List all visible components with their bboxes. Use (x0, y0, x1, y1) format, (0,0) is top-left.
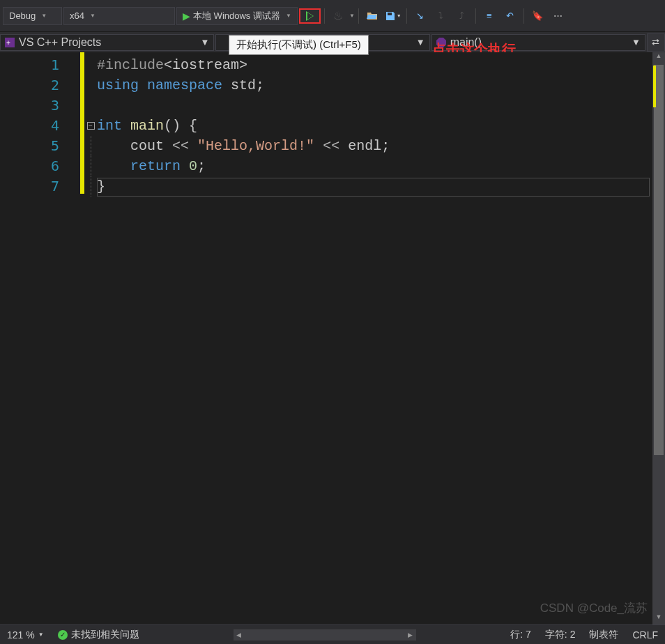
code-line[interactable] (97, 95, 665, 116)
code-area[interactable]: #include<iostream>using namespace std;in… (97, 52, 665, 624)
flame-icon: ♨ (333, 9, 343, 22)
code-editor[interactable]: 1234567 − #include<iostream>using namesp… (0, 52, 665, 624)
arrow-icon: ↘ (416, 10, 424, 21)
platform-dropdown[interactable]: x64 ▼ (63, 7, 175, 25)
fold-cell (84, 156, 97, 176)
tooltip: 开始执行(不调试) (Ctrl+F5) (229, 35, 369, 55)
play-outline-icon (306, 11, 314, 21)
line-indicator[interactable]: 行: 7 (503, 629, 538, 641)
issues-indicator[interactable]: ✓ 未找到相关问题 (51, 629, 146, 641)
chevron-down-icon: ▼ (200, 37, 209, 47)
horizontal-scrollbar[interactable]: ◀ ▶ (146, 629, 504, 641)
fold-line (91, 136, 91, 156)
undo-button[interactable]: ↶ (500, 6, 520, 26)
swap-icon: ⇄ (652, 37, 659, 47)
line-number: 4 (0, 116, 80, 136)
chevron-down-icon: ▼ (41, 13, 47, 19)
hot-reload-button[interactable]: ♨ (328, 6, 348, 26)
issues-label: 未找到相关问题 (71, 629, 139, 641)
scrollbar-thumb[interactable] (654, 65, 664, 455)
function-scope-label: main() (450, 36, 482, 49)
nav-button[interactable]: ↘ (411, 6, 430, 26)
svg-rect-3 (436, 38, 446, 47)
chevron-down-icon: ▼ (38, 631, 44, 638)
chevron-down-icon: ▼ (397, 13, 402, 18)
svg-text:+: + (6, 39, 10, 47)
bookmark-button[interactable]: 🔖 (528, 6, 547, 26)
fold-column: − (84, 52, 97, 624)
chevron-down-icon: ▼ (632, 37, 641, 47)
line-number-gutter: 1234567 (0, 52, 80, 624)
separator (523, 8, 524, 24)
line-number: 6 (0, 156, 80, 176)
scroll-up-arrow[interactable]: ▲ (652, 52, 665, 63)
swap-button[interactable]: ⇄ (647, 33, 665, 52)
debugger-label: 本地 Windows 调试器 (193, 10, 280, 22)
svg-rect-0 (388, 13, 392, 15)
more-icon: ⋯ (553, 10, 563, 21)
method-icon (436, 38, 446, 47)
bookmark-icon: 🔖 (532, 10, 543, 21)
step-over-icon: ⤴ (459, 10, 464, 21)
undo-icon: ↶ (506, 10, 514, 21)
outdent-button[interactable]: ≡ (480, 6, 499, 26)
watermark: CSDN @Code_流苏 (540, 600, 648, 616)
zoom-control[interactable]: 121 % ▼ (0, 629, 51, 641)
check-icon: ✓ (58, 630, 68, 640)
fold-line (91, 156, 91, 176)
start-without-debug-button[interactable] (299, 8, 321, 24)
outdent-icon: ≡ (487, 10, 492, 21)
chevron-down-icon[interactable]: ▼ (349, 13, 355, 19)
function-scope-dropdown[interactable]: main() ▼ (431, 34, 645, 51)
step-button[interactable]: ⤵ (431, 6, 451, 26)
hscroll-track[interactable] (245, 629, 405, 641)
project-scope-dropdown[interactable]: + VS C++ Projects ▼ (0, 34, 214, 51)
start-debug-button[interactable]: ▶ 本地 Windows 调试器 ▼ (176, 7, 298, 25)
platform-label: x64 (70, 10, 84, 21)
step-icon: ⤵ (438, 10, 443, 21)
separator (358, 8, 359, 24)
config-label: Debug (9, 10, 36, 21)
separator (324, 8, 325, 24)
config-dropdown[interactable]: Debug ▼ (3, 7, 62, 25)
char-indicator[interactable]: 字符: 2 (538, 629, 583, 641)
code-line[interactable]: cout << "Hello,World!" << endl; (97, 136, 665, 156)
eol-indicator[interactable]: CRLF (625, 629, 665, 641)
save-button[interactable]: ▼ (383, 6, 403, 26)
line-number: 1 (0, 55, 80, 75)
scroll-right-arrow[interactable]: ▶ (405, 629, 416, 641)
separator (475, 8, 476, 24)
project-scope-label: VS C++ Projects (19, 36, 101, 49)
vertical-scrollbar[interactable]: ▲ ▼ (652, 52, 665, 624)
open-folder-button[interactable] (362, 6, 382, 26)
zoom-label: 121 % (7, 629, 35, 641)
fold-cell (84, 176, 97, 197)
code-line[interactable]: return 0; (97, 156, 665, 176)
fold-cell (84, 136, 97, 156)
code-line[interactable]: int main() { (97, 116, 665, 136)
status-bar: 121 % ▼ ✓ 未找到相关问题 ◀ ▶ 行: 7 字符: 2 制表符 CRL… (0, 624, 665, 644)
play-icon: ▶ (183, 10, 190, 22)
fold-cell (84, 55, 97, 75)
scroll-down-arrow[interactable]: ▼ (652, 613, 665, 624)
fold-cell: − (84, 116, 97, 136)
fold-line (91, 176, 91, 197)
more-button[interactable]: ⋯ (549, 6, 568, 26)
fold-cell (84, 95, 97, 116)
code-line[interactable]: #include<iostream> (97, 55, 665, 75)
separator (406, 8, 407, 24)
main-toolbar: Debug ▼ x64 ▼ ▶ 本地 Windows 调试器 ▼ ♨ ▼ ▼ ↘… (0, 0, 665, 31)
line-number: 5 (0, 136, 80, 156)
step-over-button[interactable]: ⤴ (452, 6, 472, 26)
line-number: 2 (0, 75, 80, 95)
code-line[interactable]: using namespace std; (97, 75, 665, 95)
line-number: 7 (0, 176, 80, 197)
scroll-marks (653, 66, 656, 107)
line-number: 3 (0, 95, 80, 116)
fold-toggle-icon[interactable]: − (87, 122, 95, 130)
save-icon (385, 10, 396, 22)
scroll-left-arrow[interactable]: ◀ (234, 629, 245, 641)
tooltip-text: 开始执行(不调试) (Ctrl+F5) (236, 38, 361, 50)
code-line[interactable]: } (97, 176, 665, 197)
tabs-indicator[interactable]: 制表符 (582, 629, 625, 641)
